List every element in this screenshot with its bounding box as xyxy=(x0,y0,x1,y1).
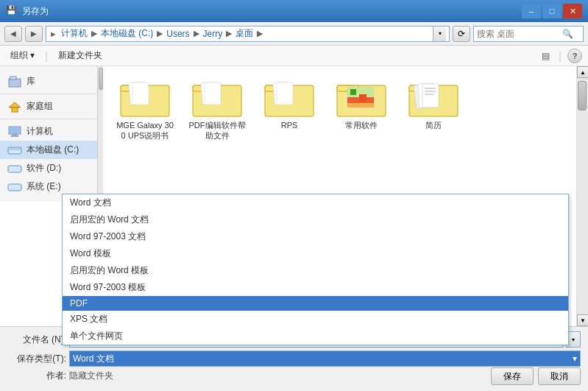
dropdown-item[interactable]: Word 模板 xyxy=(63,245,568,262)
dropdown-item-pdf[interactable]: PDF xyxy=(63,296,568,311)
bottom-panel: 文件名 (N): ▾ 保存类型(T): Word 文档 ▾ 作者: 隐藏文件夹 … xyxy=(0,326,588,391)
view-toggle-button[interactable]: ▤ xyxy=(539,49,553,63)
new-folder-button[interactable]: 新建文件夹 xyxy=(54,48,107,63)
window-icon: 💾 xyxy=(6,5,18,17)
svg-rect-23 xyxy=(277,82,293,105)
list-item[interactable]: MGE Galaxy 300 UPS说明书 xyxy=(112,75,178,144)
refresh-button[interactable]: ⟳ xyxy=(453,26,470,42)
sidebar-drive-d-label: 软件 (D:) xyxy=(26,162,61,175)
path-computer[interactable]: 计算机 xyxy=(59,27,90,40)
scroll-track[interactable] xyxy=(577,78,588,314)
svg-rect-1 xyxy=(10,77,16,80)
filetype-dropdown-list: Word 文档 启用宏的 Word 文档 Word 97-2003 文档 Wor… xyxy=(62,194,569,345)
filename-label: 文件名 (N): xyxy=(7,334,66,346)
homegroup-icon xyxy=(7,101,22,113)
folder-doc-icon xyxy=(408,78,459,119)
sidebar-scroll-thumb[interactable] xyxy=(99,68,103,90)
sidebar-divider2 xyxy=(0,119,102,119)
svg-rect-29 xyxy=(347,103,374,108)
list-item[interactable]: RPS xyxy=(256,75,322,144)
dropdown-item[interactable]: Word 97-2003 文档 xyxy=(63,228,568,245)
organize-button[interactable]: 组织 ▾ xyxy=(6,48,39,63)
filetype-select[interactable]: Word 文档 ▾ xyxy=(69,351,581,367)
dropdown-item[interactable]: Word 文档 xyxy=(63,194,568,211)
drive-d-icon xyxy=(7,163,22,175)
path-drive[interactable]: 本地磁盘 (C:) xyxy=(99,27,155,40)
svg-marker-2 xyxy=(9,102,21,108)
filetype-dropdown-arrow: ▾ xyxy=(573,353,577,364)
dropdown-item[interactable]: 启用宏的 Word 文档 xyxy=(63,211,568,228)
help-button[interactable]: ? xyxy=(567,49,582,63)
separator: | xyxy=(45,50,48,62)
drive-e-icon xyxy=(7,181,22,193)
list-item[interactable]: 简历 xyxy=(400,75,467,144)
sidebar-item-library[interactable]: 库 xyxy=(0,72,102,91)
dropdown-item[interactable]: Word 97-2003 模板 xyxy=(63,279,568,296)
scrollbar[interactable]: ▲ ▼ xyxy=(576,66,588,326)
list-item[interactable]: PDF编辑软件帮助文件 xyxy=(184,75,250,144)
sidebar-library-label: 库 xyxy=(26,75,35,88)
minimize-button[interactable]: – xyxy=(522,4,541,18)
sidebar-item-homegroup[interactable]: 家庭组 xyxy=(0,97,102,116)
svg-rect-30 xyxy=(350,89,356,95)
svg-rect-9 xyxy=(9,148,21,150)
separator2: | xyxy=(559,50,562,62)
bottom-buttons: 保存 取消 xyxy=(491,367,581,385)
dropdown-item[interactable]: 单个文件网页 xyxy=(63,328,568,345)
filetype-row: 保存类型(T): Word 文档 ▾ xyxy=(7,351,581,367)
title-bar-controls: – □ ✕ xyxy=(522,4,582,18)
svg-rect-36 xyxy=(422,84,439,108)
file-grid: MGE Galaxy 300 UPS说明书 PDF编辑软件帮助文件 xyxy=(109,72,570,147)
back-button[interactable]: ◀ xyxy=(4,26,22,42)
path-desktop[interactable]: 桌面 xyxy=(233,27,255,40)
search-input[interactable] xyxy=(477,29,558,39)
forward-button[interactable]: ▶ xyxy=(25,26,43,42)
sidebar-list: 库 家庭组 xyxy=(0,66,103,202)
address-bar: ► 计算机 ▶ 本地磁盘 (C:) ▶ Users ▶ Jerry ▶ 桌面 ▶… xyxy=(46,26,450,42)
file-name: RPS xyxy=(281,120,298,130)
search-box: 🔍 xyxy=(473,26,584,42)
hide-folders-label: 隐藏文件夹 xyxy=(69,370,113,382)
svg-rect-3 xyxy=(12,108,18,112)
path-jerry[interactable]: Jerry xyxy=(201,28,225,40)
file-name: PDF编辑软件帮助文件 xyxy=(187,120,247,141)
sidebar-drive-c-label: 本地磁盘 (C:) xyxy=(26,144,79,156)
list-item[interactable]: 常用软件 xyxy=(328,75,394,144)
file-name: MGE Galaxy 300 UPS说明书 xyxy=(115,120,175,141)
close-button[interactable]: ✕ xyxy=(563,4,582,18)
action-bar: 组织 ▾ | 新建文件夹 ▤ | ? xyxy=(0,46,588,66)
author-label: 作者: xyxy=(7,370,66,382)
scroll-up-button[interactable]: ▲ xyxy=(577,66,588,78)
sidebar-computer-label: 计算机 xyxy=(26,125,53,138)
sidebar-item-drive-c[interactable]: 本地磁盘 (C:) xyxy=(0,141,102,159)
svg-rect-7 xyxy=(11,135,18,137)
sidebar-item-computer[interactable]: 计算机 xyxy=(0,122,102,141)
file-name: 常用软件 xyxy=(345,120,378,130)
sidebar-item-drive-d[interactable]: 软件 (D:) xyxy=(0,159,102,177)
sidebar-drive-e-label: 系统 (E:) xyxy=(26,180,61,193)
maximize-button[interactable]: □ xyxy=(542,4,562,18)
search-icon[interactable]: 🔍 xyxy=(561,27,574,40)
dropdown-item[interactable]: XPS 文档 xyxy=(63,311,568,328)
toolbar: ◀ ▶ ► 计算机 ▶ 本地磁盘 (C:) ▶ Users ▶ Jerry ▶ … xyxy=(0,22,588,46)
folder-icon xyxy=(119,78,171,119)
svg-rect-5 xyxy=(10,127,20,133)
dropdown-item[interactable]: 启用宏的 Word 模板 xyxy=(63,262,568,279)
svg-rect-0 xyxy=(9,79,21,87)
filetype-label: 保存类型(T): xyxy=(7,353,66,365)
sidebar-homegroup-label: 家庭组 xyxy=(26,100,53,113)
save-button[interactable]: 保存 xyxy=(491,367,534,385)
path-users[interactable]: Users xyxy=(164,28,191,40)
scroll-down-button[interactable]: ▼ xyxy=(577,314,588,326)
cancel-button[interactable]: 取消 xyxy=(538,367,581,385)
scroll-thumb[interactable] xyxy=(578,81,587,110)
title-bar: 💾 另存为 – □ ✕ xyxy=(0,0,588,22)
computer-icon xyxy=(7,126,22,138)
address-dropdown[interactable]: ▾ xyxy=(433,26,446,42)
svg-rect-11 xyxy=(8,184,21,191)
sidebar-divider xyxy=(0,94,102,94)
svg-rect-6 xyxy=(13,134,17,135)
svg-rect-10 xyxy=(8,166,21,172)
folder-icon xyxy=(191,78,243,119)
address-path: ► 计算机 ▶ 本地磁盘 (C:) ▶ Users ▶ Jerry ▶ 桌面 ▶ xyxy=(49,27,263,40)
